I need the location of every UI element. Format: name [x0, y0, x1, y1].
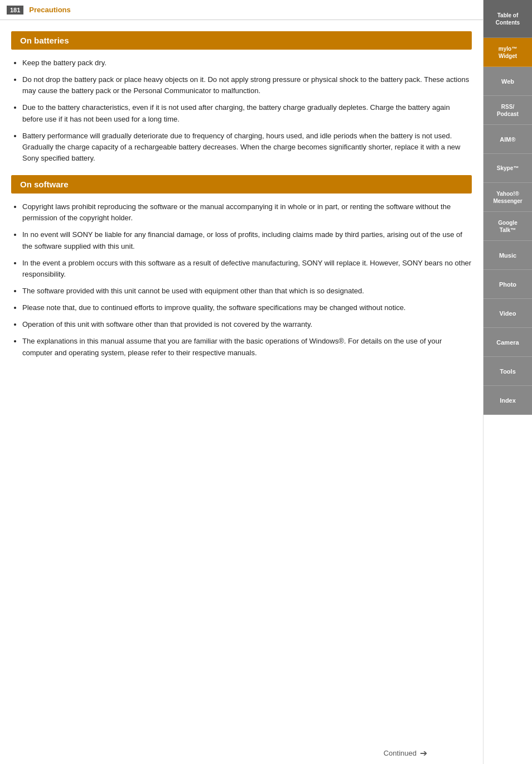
continued-arrow-icon: ➔ — [420, 748, 427, 758]
sidebar-item-web[interactable]: Web — [483, 67, 532, 96]
list-item: Due to the battery characteristics, even… — [22, 102, 472, 124]
list-item: Do not drop the battery pack or place he… — [22, 74, 472, 96]
batteries-bullet-list: Keep the battery pack dry. Do not drop t… — [0, 57, 483, 164]
list-item: Keep the battery pack dry. — [22, 57, 472, 69]
list-item: Copyright laws prohibit reproducing the … — [22, 201, 472, 224]
list-item: Operation of this unit with software oth… — [22, 319, 472, 330]
sidebar-item-mylo-widget[interactable]: mylo™Widget — [483, 38, 532, 67]
sidebar: Table ofContents mylo™Widget Web RSS/Pod… — [483, 0, 532, 764]
page-title: Precautions — [29, 6, 70, 14]
section-software-header: On software — [11, 175, 472, 194]
section-batteries-header: On batteries — [11, 31, 472, 50]
header-bar: 181 Precautions — [0, 0, 483, 20]
list-item: The explanations in this manual assume t… — [22, 336, 472, 358]
sidebar-item-google-talk[interactable]: GoogleTalk™ — [483, 212, 532, 241]
sidebar-item-camera[interactable]: Camera — [483, 328, 532, 357]
list-item: Battery performance will gradually deter… — [22, 130, 472, 164]
list-item: The software provided with this unit can… — [22, 286, 472, 297]
sidebar-item-index[interactable]: Index — [483, 386, 532, 415]
list-item: Please note that, due to continued effor… — [22, 302, 472, 313]
list-item: In the event a problem occurs with this … — [22, 258, 472, 280]
software-bullet-list: Copyright laws prohibit reproducing the … — [0, 201, 483, 359]
sidebar-item-video[interactable]: Video — [483, 299, 532, 328]
main-content: 181 Precautions On batteries Keep the ba… — [0, 0, 483, 764]
list-item: In no event will SONY be liable for any … — [22, 229, 472, 252]
sidebar-item-aim[interactable]: AIM® — [483, 125, 532, 154]
continued-label: Continued — [384, 749, 417, 757]
sidebar-item-skype[interactable]: Skype™ — [483, 154, 532, 183]
sidebar-item-yahoo-messenger[interactable]: Yahoo!®Messenger — [483, 183, 532, 212]
sidebar-item-rss-podcast[interactable]: RSS/Podcast — [483, 96, 532, 125]
sidebar-item-music[interactable]: Music — [483, 241, 532, 270]
page-number: 181 — [7, 6, 23, 14]
sidebar-item-photo[interactable]: Photo — [483, 270, 532, 299]
sidebar-item-table-of-contents[interactable]: Table ofContents — [483, 0, 532, 38]
continued-footer: Continued ➔ — [384, 748, 427, 758]
sidebar-item-tools[interactable]: Tools — [483, 357, 532, 386]
